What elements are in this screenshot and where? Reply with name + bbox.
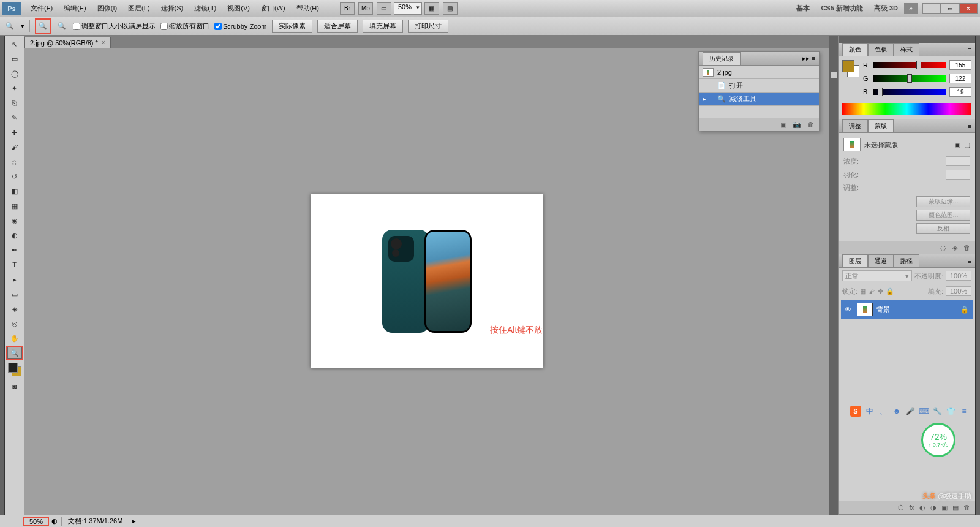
shape-tool[interactable]: ▭ <box>7 288 22 300</box>
ime-emoji-icon[interactable]: ☻ <box>892 406 902 416</box>
stamp-tool[interactable]: ⎌ <box>7 156 22 168</box>
workspace-3d[interactable]: 高级 3D <box>869 4 903 13</box>
g-value[interactable]: 122 <box>949 74 971 83</box>
density-value[interactable] <box>946 156 970 166</box>
tab-layers[interactable]: 图层 <box>842 254 868 268</box>
b-value[interactable]: 19 <box>949 87 971 97</box>
color-swatches[interactable] <box>7 362 23 377</box>
workspace-cs5[interactable]: CS5 新增功能 <box>816 4 867 13</box>
invert-button[interactable]: 反相 <box>916 223 970 234</box>
ime-menu-icon[interactable]: ≡ <box>959 406 969 416</box>
mask-edge-button[interactable]: 蒙版边缘... <box>916 196 970 207</box>
3d-camera-tool[interactable]: ◎ <box>7 317 22 330</box>
tab-paths[interactable]: 路径 <box>894 254 919 268</box>
panel-collapse-bar[interactable] <box>839 36 975 43</box>
path-select-tool[interactable]: ▸ <box>7 273 22 286</box>
panel-menu-icon[interactable]: ≡ <box>968 46 971 53</box>
ime-keyboard-icon[interactable]: ⌨ <box>919 406 929 416</box>
document-tab[interactable]: 2.jpg @ 50%(RGB/8) * × <box>24 37 111 48</box>
dock-icon[interactable] <box>831 72 837 78</box>
ime-tool-icon[interactable]: 🔧 <box>932 406 942 416</box>
quickmask-tool[interactable]: ◙ <box>7 380 22 392</box>
status-docinfo[interactable]: 文档:1.37M/1.26M <box>61 517 129 526</box>
fx-icon[interactable]: fx <box>909 504 914 511</box>
link-layers-icon[interactable]: ⬡ <box>898 504 904 512</box>
g-slider[interactable] <box>873 75 946 82</box>
r-slider[interactable] <box>873 62 946 68</box>
minibridge-button[interactable]: Mb <box>358 2 373 15</box>
maximize-button[interactable]: ▭ <box>941 3 959 14</box>
print-size-button[interactable]: 打印尺寸 <box>408 20 448 33</box>
workspace-basic[interactable]: 基本 <box>791 4 815 13</box>
lock-pos-icon[interactable]: ✥ <box>878 287 883 295</box>
group-icon[interactable]: ▣ <box>941 504 948 512</box>
expand-icon[interactable]: » <box>904 3 918 14</box>
fill-value[interactable]: 100% <box>946 286 971 296</box>
menu-file[interactable]: 文件(F) <box>26 4 58 13</box>
close-tab-icon[interactable]: × <box>102 39 105 46</box>
zoom-in-icon[interactable]: 🔍 <box>37 20 49 32</box>
hand-tool[interactable]: ✋ <box>7 332 22 344</box>
marquee-tool[interactable]: ▭ <box>7 53 22 65</box>
panel-menu-icon[interactable]: ≡ <box>968 123 971 130</box>
history-tab[interactable]: 历史记录 <box>703 52 741 66</box>
eraser-tool[interactable]: ◧ <box>7 185 22 197</box>
arrange-icon[interactable]: ▤ <box>443 2 458 15</box>
color-swatch-pair[interactable] <box>842 60 859 77</box>
menu-window[interactable]: 窗口(W) <box>256 4 290 13</box>
history-brush-tool[interactable]: ↺ <box>7 170 22 183</box>
lock-all-icon[interactable]: 🔒 <box>886 287 894 295</box>
document-canvas[interactable] <box>311 194 543 368</box>
status-arrow-icon[interactable]: ▸ <box>129 517 140 525</box>
scrubby-zoom-checkbox[interactable]: Scrubby Zoom <box>214 23 267 30</box>
fill-screen-button[interactable]: 填充屏幕 <box>363 20 403 33</box>
panel-menu-icon[interactable]: ▸▸ ≡ <box>802 55 815 63</box>
blend-mode-dropdown[interactable]: 正常▾ <box>842 270 912 281</box>
heal-tool[interactable]: ✚ <box>7 126 22 138</box>
history-step-open[interactable]: 📄 打开 <box>699 79 819 93</box>
zoom-out-icon[interactable]: 🔍 <box>56 20 68 32</box>
dropdown-icon[interactable]: ▾ <box>21 22 24 30</box>
delete-mask-icon[interactable]: 🗑 <box>963 244 970 251</box>
new-doc-icon[interactable]: ▣ <box>780 121 786 129</box>
menu-filter[interactable]: 滤镜(T) <box>189 4 221 13</box>
dodge-tool[interactable]: ◐ <box>7 229 22 241</box>
vector-mask-icon[interactable]: ▢ <box>964 141 970 149</box>
menu-image[interactable]: 图像(I) <box>92 4 122 13</box>
tab-color[interactable]: 颜色 <box>842 43 868 56</box>
bridge-button[interactable]: Br <box>340 2 355 15</box>
ime-voice-icon[interactable]: 🎤 <box>905 406 915 416</box>
zoom-dropdown[interactable]: 50% <box>394 2 422 15</box>
ime-skin-icon[interactable]: 👕 <box>946 406 956 416</box>
gradient-tool[interactable]: ▦ <box>7 200 22 212</box>
tab-styles[interactable]: 样式 <box>894 43 919 56</box>
panel-menu-icon[interactable]: ≡ <box>968 257 971 265</box>
ime-toolbar[interactable]: S 中 、 ☻ 🎤 ⌨ 🔧 👕 ≡ <box>850 406 969 417</box>
screen-mode-icon[interactable]: ▭ <box>377 2 391 15</box>
zoom-tool-icon[interactable]: 🔍 <box>4 20 16 32</box>
menu-select[interactable]: 选择(S) <box>156 4 189 13</box>
actual-pixels-button[interactable]: 实际像素 <box>272 20 312 33</box>
tab-channels[interactable]: 通道 <box>868 254 894 268</box>
3d-tool[interactable]: ◈ <box>7 303 22 315</box>
collapsed-dock[interactable] <box>829 36 838 515</box>
blur-tool[interactable]: ◉ <box>7 214 22 227</box>
menu-help[interactable]: 帮助(H) <box>292 4 324 13</box>
minimize-button[interactable]: — <box>922 3 941 14</box>
tab-mask[interactable]: 蒙版 <box>868 119 894 133</box>
sogou-icon[interactable]: S <box>850 406 861 417</box>
extras-icon[interactable]: ▦ <box>424 2 439 15</box>
snapshot-icon[interactable]: 📷 <box>793 121 801 129</box>
b-slider[interactable] <box>873 89 946 95</box>
color-spectrum[interactable] <box>842 103 971 115</box>
wand-tool[interactable]: ✦ <box>7 82 22 94</box>
lasso-tool[interactable]: ◯ <box>7 67 22 80</box>
status-icon[interactable]: ◐ <box>48 517 61 525</box>
delete-icon[interactable]: 🗑 <box>807 121 814 128</box>
pen-tool[interactable]: ✒ <box>7 244 22 256</box>
feather-value[interactable] <box>946 170 970 180</box>
eyedropper-tool[interactable]: ✎ <box>7 112 22 124</box>
lock-paint-icon[interactable]: 🖌 <box>869 287 875 295</box>
brush-tool[interactable]: 🖌 <box>7 141 22 153</box>
history-snapshot[interactable]: 2.jpg <box>699 66 819 79</box>
